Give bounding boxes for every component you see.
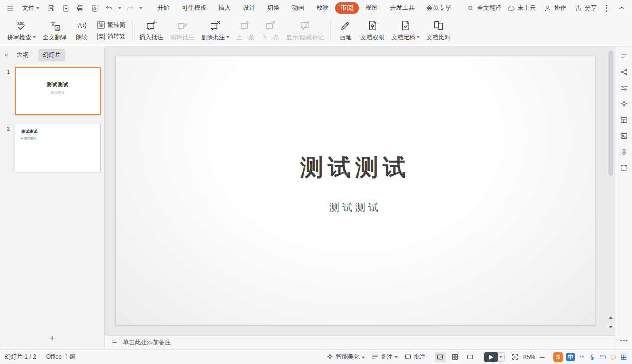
layout-button[interactable] bbox=[620, 116, 628, 124]
vertical-scrollbar[interactable] bbox=[608, 50, 613, 279]
doc-finalize-button[interactable]: 文档定稿 bbox=[388, 18, 423, 44]
tab-member[interactable]: 会员专享 bbox=[421, 2, 457, 14]
doc-permission-label: 文档权限 bbox=[360, 33, 384, 42]
main-menu-button[interactable] bbox=[5, 3, 16, 14]
insert-comment-icon bbox=[146, 20, 157, 31]
adjust-sliders-button[interactable] bbox=[620, 84, 628, 92]
ime-language-badge[interactable]: 中 bbox=[566, 353, 575, 361]
smart-beautify-label: 智能美化 bbox=[336, 353, 360, 361]
fulltext-translate-label: 全文翻译 bbox=[43, 33, 67, 42]
print-preview-button[interactable] bbox=[89, 3, 100, 14]
cloud-status[interactable]: 未上云 bbox=[507, 4, 536, 12]
spellcheck-button[interactable]: abc 拼写检查 bbox=[4, 18, 39, 44]
tab-review[interactable]: 审阅 bbox=[335, 2, 359, 14]
tab-design[interactable]: 设计 bbox=[237, 2, 261, 14]
collapse-ribbon-button[interactable] bbox=[616, 3, 627, 14]
prev-comment-button[interactable]: 上一条 bbox=[233, 18, 258, 44]
collapse-panel-button[interactable]: « bbox=[5, 51, 7, 58]
keyboard-icon bbox=[599, 354, 606, 361]
search-command[interactable]: 全文翻译 bbox=[467, 4, 501, 12]
ime-toolbox-button[interactable] bbox=[620, 354, 627, 361]
play-slideshow-button[interactable] bbox=[484, 352, 498, 362]
tab-transition[interactable]: 切换 bbox=[262, 2, 285, 14]
show-hide-marks-button[interactable]: 显示/隐藏标记 bbox=[283, 18, 327, 44]
notes-placeholder: 单击此处添加备注 bbox=[123, 338, 171, 347]
read-aloud-button[interactable]: A 朗读 bbox=[70, 18, 93, 44]
file-menu[interactable]: 文件 bbox=[19, 2, 42, 14]
slide-thumbnail-2[interactable]: 测试测试 测试测试 bbox=[15, 124, 101, 172]
print-button[interactable] bbox=[75, 3, 86, 14]
trad-to-simp-button[interactable]: 简 繁转简 bbox=[97, 21, 125, 29]
resource-book-button[interactable] bbox=[620, 164, 628, 172]
slide-title[interactable]: 测试测试 bbox=[300, 152, 410, 183]
tab-slides[interactable]: 幻灯片 bbox=[38, 49, 65, 61]
next-comment-label: 下一条 bbox=[261, 33, 279, 42]
doc-compare-button[interactable]: 文档比对 bbox=[423, 18, 454, 44]
zoom-out-button[interactable] bbox=[540, 357, 545, 358]
undo-button[interactable] bbox=[104, 3, 115, 14]
spellcheck-icon: abc bbox=[16, 20, 27, 31]
tab-outline[interactable]: 大纲 bbox=[12, 49, 33, 61]
play-options-button[interactable] bbox=[498, 352, 505, 362]
collaborate-button[interactable]: 协作 bbox=[544, 4, 566, 12]
fit-slide-icon[interactable] bbox=[511, 353, 519, 361]
ime-punctuation-button[interactable] bbox=[578, 354, 585, 361]
more-menu-button[interactable] bbox=[605, 5, 608, 12]
normal-view-button[interactable] bbox=[435, 352, 446, 362]
cloud-icon bbox=[507, 4, 515, 12]
notes-bar[interactable]: 单击此处添加备注 bbox=[105, 335, 615, 349]
tab-devtools[interactable]: 开发工具 bbox=[384, 2, 420, 14]
ime-skin-button[interactable] bbox=[610, 354, 617, 361]
notes-toggle-button[interactable]: 备注 bbox=[371, 353, 398, 361]
redo-button[interactable] bbox=[125, 3, 136, 14]
export-button[interactable] bbox=[60, 3, 71, 14]
tab-slideshow[interactable]: 放映 bbox=[311, 2, 334, 14]
insert-comment-button[interactable]: 插入批注 bbox=[136, 18, 167, 44]
tab-insert[interactable]: 插入 bbox=[213, 2, 236, 14]
scrollbar-thumb[interactable] bbox=[608, 51, 613, 176]
zoom-level[interactable]: 85% bbox=[523, 354, 535, 361]
panel-lines-button[interactable] bbox=[620, 52, 628, 60]
more-options-icon[interactable] bbox=[620, 340, 627, 343]
convert-group: 简 繁转简 繁 简转繁 bbox=[93, 18, 129, 44]
edit-comment-button[interactable]: 编辑批注 bbox=[167, 18, 198, 44]
fulltext-translate-button[interactable]: 文A 全文翻译 bbox=[39, 18, 70, 44]
simp-to-trad-button[interactable]: 繁 简转繁 bbox=[97, 32, 125, 41]
doc-permission-button[interactable]: 文档权限 bbox=[357, 18, 388, 44]
smart-beautify-button[interactable]: 智能美化 bbox=[326, 353, 365, 361]
save-button[interactable] bbox=[46, 3, 57, 14]
next-slide-button[interactable] bbox=[609, 326, 613, 328]
tab-animation[interactable]: 动画 bbox=[286, 2, 310, 14]
export-icon bbox=[62, 4, 70, 12]
tab-view[interactable]: 视图 bbox=[360, 2, 383, 14]
slide-nav bbox=[607, 316, 614, 328]
undo-dropdown-icon[interactable] bbox=[118, 7, 121, 9]
image-library-button[interactable] bbox=[620, 132, 628, 140]
ime-voice-button[interactable] bbox=[589, 354, 596, 361]
quick-access-more-icon[interactable] bbox=[139, 7, 142, 9]
share-nodes-button[interactable] bbox=[620, 68, 628, 76]
reading-view-button[interactable] bbox=[465, 352, 476, 362]
slide-subtitle[interactable]: 测试测试 bbox=[329, 201, 381, 214]
redo-icon bbox=[126, 4, 134, 12]
slide-sorter-view-button[interactable] bbox=[450, 352, 461, 362]
slide-thumbnail-1[interactable]: 测试测试 测试测试 bbox=[15, 67, 101, 115]
theme-name[interactable]: Office 主题 bbox=[46, 353, 75, 361]
wps-logo[interactable]: S bbox=[553, 352, 563, 362]
delete-comment-button[interactable]: 删除批注 bbox=[198, 18, 233, 44]
tab-keniu-templates[interactable]: 可牛模板 bbox=[176, 2, 212, 14]
prev-comment-label: 上一条 bbox=[236, 33, 254, 42]
slide-page[interactable]: 测试测试 测试测试 bbox=[115, 56, 595, 325]
ime-keyboard-button[interactable] bbox=[599, 354, 606, 361]
beautify-button[interactable] bbox=[620, 100, 628, 108]
grid-view-icon bbox=[451, 353, 459, 361]
tab-home[interactable]: 开始 bbox=[152, 2, 175, 14]
previous-slide-button[interactable] bbox=[609, 316, 613, 319]
share-button[interactable]: 分享 bbox=[574, 4, 597, 12]
next-comment-button[interactable]: 下一条 bbox=[258, 18, 283, 44]
map-pin-button[interactable] bbox=[620, 148, 628, 156]
comments-toggle-button[interactable]: 批注 bbox=[404, 353, 425, 361]
comments-toggle-label: 批注 bbox=[414, 353, 425, 361]
add-slide-button[interactable]: + bbox=[46, 331, 59, 344]
pen-button[interactable]: 画笔 bbox=[334, 18, 357, 44]
